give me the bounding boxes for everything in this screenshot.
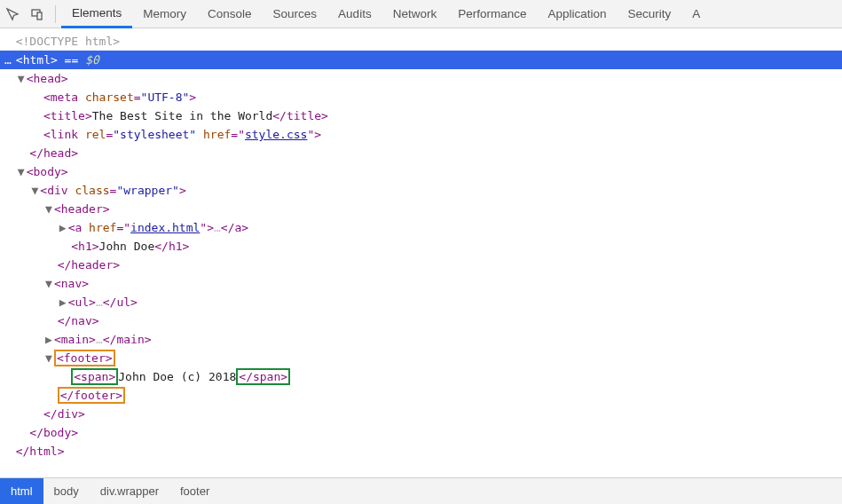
expand-toggle[interactable]: ▼: [43, 200, 54, 218]
device-toggle-icon[interactable]: [25, 0, 50, 28]
tab-sources[interactable]: Sources: [263, 0, 328, 28]
expand-toggle[interactable]: ▼: [29, 181, 40, 200]
div-close[interactable]: </div>: [0, 405, 842, 423]
devtools-toolbar: Elements Memory Console Sources Audits N…: [0, 0, 842, 28]
divider: [55, 5, 56, 23]
html-close[interactable]: </html>: [0, 442, 842, 461]
svg-rect-1: [37, 12, 42, 20]
header-open[interactable]: ▼<header>: [0, 200, 842, 218]
tab-memory[interactable]: Memory: [132, 0, 197, 28]
expand-toggle[interactable]: ▼: [43, 274, 54, 293]
nav-close[interactable]: </nav>: [0, 311, 842, 330]
nav-open[interactable]: ▼<nav>: [0, 274, 842, 293]
collapse-toggle[interactable]: ▶: [58, 218, 68, 237]
span-node[interactable]: <span>John Doe (c) 2018</span>: [0, 367, 842, 386]
body-close[interactable]: </body>: [0, 423, 842, 442]
meta-node[interactable]: <meta charset="UTF-8">: [0, 88, 842, 106]
panel-tabs: Elements Memory Console Sources Audits N…: [61, 0, 711, 28]
html-node-selected[interactable]: …<html> == $0: [0, 51, 842, 69]
tab-console[interactable]: Console: [197, 0, 263, 28]
collapse-toggle[interactable]: ▶: [58, 293, 68, 311]
tab-elements[interactable]: Elements: [61, 0, 132, 28]
header-close[interactable]: </header>: [0, 256, 842, 274]
title-node[interactable]: <title>The Best Site in the World</title…: [0, 106, 842, 125]
tab-more[interactable]: A: [681, 0, 711, 28]
footer-open[interactable]: ▼<footer>: [0, 349, 842, 367]
h1-node[interactable]: <h1>John Doe</h1>: [0, 237, 842, 256]
ul-node[interactable]: ▶<ul>…</ul>: [0, 293, 842, 311]
expand-toggle[interactable]: ▼: [43, 349, 54, 367]
doctype-node[interactable]: <!DOCTYPE html>: [0, 32, 842, 51]
dom-tree[interactable]: <!DOCTYPE html> …<html> == $0 ▼<head> <m…: [0, 28, 842, 477]
crumb-footer[interactable]: footer: [169, 478, 220, 505]
footer-close[interactable]: </footer>: [0, 386, 842, 405]
tab-application[interactable]: Application: [537, 0, 617, 28]
crumb-html[interactable]: html: [0, 478, 43, 505]
tab-audits[interactable]: Audits: [327, 0, 382, 28]
head-close[interactable]: </head>: [0, 144, 842, 162]
div-wrapper-open[interactable]: ▼<div class="wrapper">: [0, 181, 842, 200]
body-open[interactable]: ▼<body>: [0, 162, 842, 181]
tab-security[interactable]: Security: [618, 0, 682, 28]
inspect-icon[interactable]: [0, 0, 25, 28]
collapse-toggle[interactable]: ▶: [43, 330, 54, 349]
link-node[interactable]: <link rel="stylesheet" href="style.css">: [0, 125, 842, 144]
crumb-body[interactable]: body: [43, 478, 90, 505]
main-node[interactable]: ▶<main>…</main>: [0, 330, 842, 349]
expand-toggle[interactable]: ▼: [16, 162, 27, 181]
a-node[interactable]: ▶<a href="index.html">…</a>: [0, 218, 842, 237]
expand-toggle[interactable]: ▼: [16, 69, 27, 88]
tab-performance[interactable]: Performance: [447, 0, 537, 28]
head-open[interactable]: ▼<head>: [0, 69, 842, 88]
tab-network[interactable]: Network: [382, 0, 448, 28]
crumb-div[interactable]: div.wrapper: [90, 478, 169, 505]
breadcrumb-bar: html body div.wrapper footer: [0, 477, 842, 504]
